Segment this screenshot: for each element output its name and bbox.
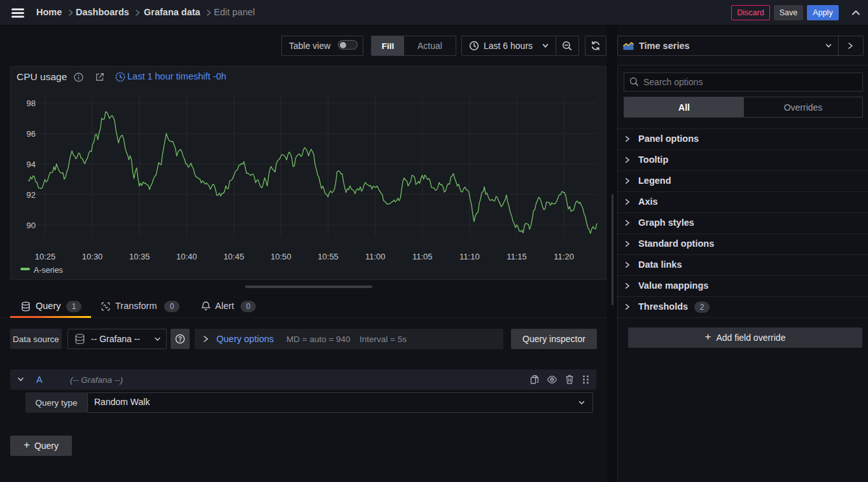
svg-text:96: 96 [27, 129, 36, 139]
svg-text:11:10: 11:10 [459, 252, 480, 261]
svg-text:10:40: 10:40 [176, 252, 197, 261]
svg-text:10:45: 10:45 [223, 252, 244, 261]
svg-text:10:30: 10:30 [82, 252, 103, 261]
svg-text:11:20: 11:20 [554, 252, 574, 261]
svg-text:92: 92 [27, 190, 36, 200]
svg-text:A-series: A-series [34, 266, 63, 275]
svg-text:94: 94 [27, 160, 36, 169]
svg-text:10:50: 10:50 [270, 252, 291, 261]
svg-text:98: 98 [27, 99, 36, 108]
svg-text:10:25: 10:25 [35, 252, 56, 261]
svg-text:90: 90 [27, 221, 36, 230]
svg-text:10:35: 10:35 [129, 252, 150, 261]
svg-text:10:55: 10:55 [318, 252, 339, 261]
svg-text:11:15: 11:15 [507, 252, 527, 261]
svg-text:11:00: 11:00 [365, 252, 386, 261]
svg-text:11:05: 11:05 [412, 252, 433, 261]
